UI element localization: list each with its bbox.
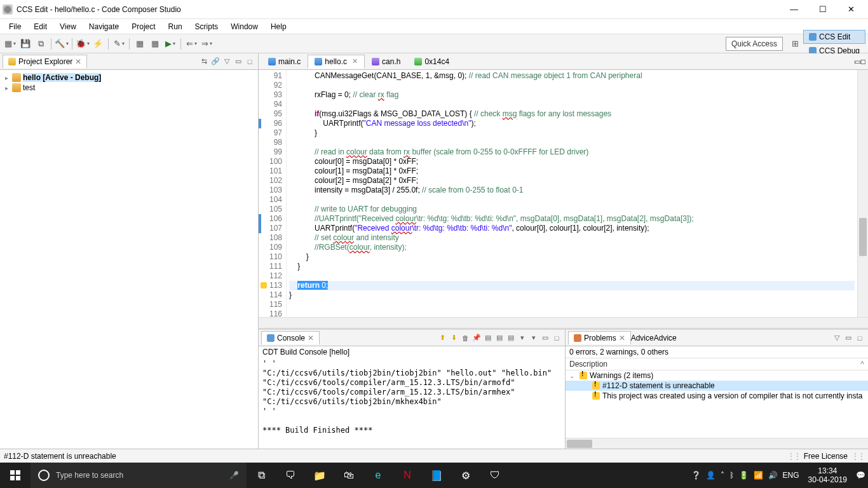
problems-horizontal-scrollbar[interactable] [566, 438, 868, 449]
open-perspective-icon[interactable]: ⊞ [789, 37, 802, 50]
editor-tab-can-h[interactable]: can.h [365, 55, 407, 69]
scroll-up-icon[interactable]: ⬆ [437, 333, 447, 343]
tray-battery-icon[interactable]: 🔋 [739, 471, 749, 480]
problems-tree[interactable]: ⌄Warnings (2 items)#112-D statement is u… [566, 370, 868, 438]
problems-header[interactable]: Description ^ [566, 358, 868, 370]
console-opt1-icon[interactable]: ▤ [506, 333, 516, 343]
scroll-down-icon[interactable]: ⬇ [449, 333, 459, 343]
problems-tab[interactable]: Problems ✕ [568, 331, 631, 344]
twist-icon[interactable]: ▸ [3, 85, 10, 92]
taskbar-app-edge[interactable]: e [363, 463, 393, 488]
tray-people-icon[interactable]: 👤 [706, 471, 715, 480]
close-button[interactable]: ✕ [837, 0, 865, 19]
menu-window[interactable]: Window [224, 20, 264, 33]
flash-button[interactable]: ⚡ [92, 37, 104, 50]
view-menu-icon[interactable]: ▽ [222, 57, 232, 67]
warnings-group[interactable]: ⌄Warnings (2 items) [566, 370, 868, 381]
taskbar-app-5[interactable]: ⚙ [451, 463, 480, 488]
new-button[interactable]: ▦ [4, 37, 17, 50]
tray-wifi-icon[interactable]: 📶 [754, 471, 763, 480]
editor-tab-main-c[interactable]: main.c [261, 55, 308, 69]
advice-tab-2[interactable]: Advice [654, 334, 677, 342]
menu-scripts[interactable]: Scripts [189, 20, 225, 33]
tray-volume-icon[interactable]: 🔊 [768, 471, 778, 480]
editor-minimize-icon[interactable]: ▭ [854, 57, 861, 66]
wand-button[interactable]: ✎ [112, 37, 125, 50]
menu-navigate[interactable]: Navigate [83, 20, 125, 33]
taskbar-app-6[interactable]: 🛡 [480, 463, 510, 488]
project-tree[interactable]: ▸hello [Active - Debug]▸test [0, 70, 258, 449]
tab-close-icon[interactable]: ✕ [75, 57, 81, 66]
minimize-view-icon[interactable]: ▭ [843, 333, 853, 343]
minimize-view-icon[interactable]: ▭ [233, 57, 243, 67]
menu-help[interactable]: Help [264, 20, 293, 33]
debug-button[interactable]: 🐞 [76, 37, 89, 50]
tray-up-icon[interactable]: ˄ [721, 471, 724, 480]
link-editor-icon[interactable]: 🔗 [210, 57, 220, 67]
close-icon[interactable]: ✕ [352, 57, 358, 65]
perspective-ccs-edit[interactable]: CCS Edit [803, 30, 865, 44]
menu-run[interactable]: Run [162, 20, 189, 33]
tab-close-icon[interactable]: ✕ [308, 334, 314, 342]
taskbar-app-netflix[interactable]: N [393, 463, 422, 488]
code-editor[interactable]: 9192939495969798991001011021031041051061… [259, 70, 868, 317]
maximize-view-icon[interactable]: □ [552, 333, 562, 343]
clear-console-icon[interactable]: 🗑 [460, 333, 470, 343]
console-dd2-icon[interactable]: ▾ [529, 333, 539, 343]
problem-item[interactable]: #112-D statement is unreachable [566, 381, 868, 391]
problem-item[interactable]: This project was created using a version… [566, 391, 868, 401]
vertical-scrollbar[interactable] [857, 70, 868, 317]
run-button[interactable]: ▶ [164, 37, 177, 50]
editor-tab-hello-c[interactable]: hello.c✕ [308, 55, 365, 69]
console-dd1-icon[interactable]: ▾ [517, 333, 527, 343]
save-button[interactable]: 💾 [19, 37, 32, 50]
taskbar-app-2[interactable]: 📁 [305, 463, 334, 488]
quick-access[interactable]: Quick Access [726, 37, 783, 51]
display-selected-icon[interactable]: ▤ [483, 333, 493, 343]
editor-tab-0x14c4[interactable]: 0x14c4 [407, 55, 456, 69]
minimize-button[interactable]: — [780, 0, 808, 19]
collapse-all-icon[interactable]: ⇆ [199, 57, 209, 67]
line-gutter[interactable]: 9192939495969798991001011021031041051061… [259, 70, 287, 317]
mic-icon[interactable]: 🎤 [229, 471, 239, 480]
maximize-button[interactable]: ☐ [808, 0, 837, 19]
build-button[interactable]: 🔨 [55, 37, 68, 50]
project-explorer-tab[interactable]: Project Explorer ✕ [3, 55, 87, 68]
editor-maximize-icon[interactable]: □ [861, 57, 865, 66]
project-node[interactable]: ▸test [0, 83, 258, 93]
twist-icon[interactable]: ▸ [3, 74, 10, 81]
menu-project[interactable]: Project [125, 20, 161, 33]
grid2-button[interactable]: ▦ [149, 37, 161, 50]
tray-help-icon[interactable]: ❔ [691, 471, 701, 480]
menu-edit[interactable]: Edit [27, 20, 53, 33]
tray-notifications-icon[interactable]: 💬 [856, 471, 865, 480]
tray-bluetooth-icon[interactable]: ᛒ [729, 471, 734, 480]
taskbar-app-1[interactable]: 🗨 [276, 463, 305, 488]
back-button[interactable]: ⇐ [185, 37, 198, 50]
grid1-button[interactable]: ▦ [133, 37, 146, 50]
menu-file[interactable]: File [3, 20, 27, 33]
advice-tab-1[interactable]: Advice [631, 334, 654, 342]
code-content[interactable]: CANMessageGet(CAN1_BASE, 1, &msg, 0); //… [287, 70, 857, 317]
forward-button[interactable]: ⇒ [200, 37, 213, 50]
tray-lang[interactable]: ENG [783, 471, 799, 480]
taskbar-app-4[interactable]: 📘 [422, 463, 451, 488]
tab-close-icon[interactable]: ✕ [619, 334, 625, 342]
save-all-button[interactable]: ⧉ [34, 37, 47, 50]
twist-icon[interactable]: ⌄ [569, 372, 577, 379]
console-output[interactable]: ' ' "C:/ti/ccsv6/utils/tiobj2bin/tiobj2b… [259, 358, 565, 449]
taskbar-app-3[interactable]: 🛍 [334, 463, 363, 488]
open-console-icon[interactable]: ▤ [494, 333, 505, 343]
pin-console-icon[interactable]: 📌 [471, 333, 482, 343]
col-description[interactable]: Description [569, 360, 860, 369]
task-view-button[interactable]: ⧉ [247, 463, 276, 488]
project-node[interactable]: ▸hello [Active - Debug] [0, 72, 258, 83]
taskbar-search[interactable]: Type here to search 🎤 [31, 463, 247, 488]
maximize-view-icon[interactable]: □ [245, 57, 255, 67]
menu-view[interactable]: View [53, 20, 83, 33]
editor-horizontal-scrollbar[interactable] [259, 317, 868, 328]
maximize-view-icon[interactable]: □ [855, 333, 865, 343]
minimize-view-icon[interactable]: ▭ [540, 333, 550, 343]
start-button[interactable] [0, 463, 31, 488]
tray-clock[interactable]: 13:34 30-04-2019 [804, 466, 851, 484]
